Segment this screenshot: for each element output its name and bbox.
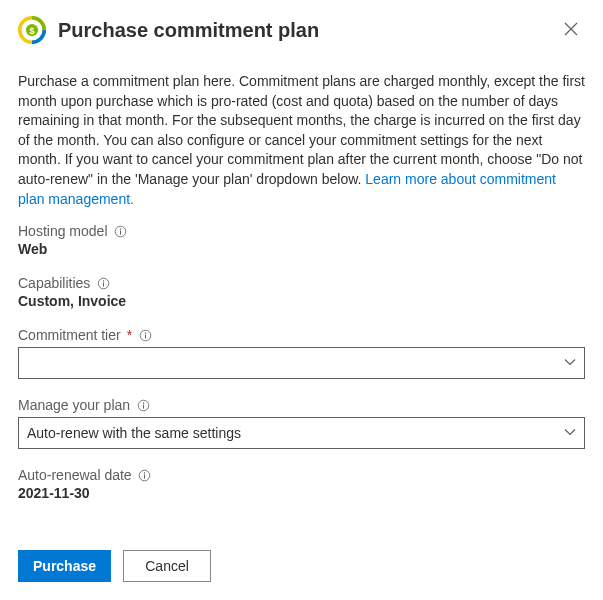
capabilities-field: Capabilities Custom, Invoice bbox=[18, 275, 585, 309]
svg-text:$: $ bbox=[30, 26, 35, 36]
manage-plan-select[interactable]: Auto-renew with the same settings bbox=[18, 417, 585, 449]
info-icon[interactable] bbox=[138, 468, 152, 482]
purchase-button[interactable]: Purchase bbox=[18, 550, 111, 582]
hosting-model-value: Web bbox=[18, 241, 585, 257]
svg-point-10 bbox=[144, 332, 145, 333]
capabilities-label: Capabilities bbox=[18, 275, 90, 291]
info-icon[interactable] bbox=[114, 224, 128, 238]
svg-rect-8 bbox=[103, 282, 104, 286]
chevron-down-icon bbox=[564, 355, 576, 371]
commitment-tier-field: Commitment tier * bbox=[18, 327, 585, 379]
hosting-model-field: Hosting model Web bbox=[18, 223, 585, 257]
manage-plan-label: Manage your plan bbox=[18, 397, 130, 413]
auto-renewal-date-label: Auto-renewal date bbox=[18, 467, 132, 483]
panel-header: $ Purchase commitment plan bbox=[18, 16, 585, 44]
svg-point-7 bbox=[103, 280, 104, 281]
commitment-tier-select[interactable] bbox=[18, 347, 585, 379]
commitment-tier-label: Commitment tier bbox=[18, 327, 121, 343]
required-marker: * bbox=[127, 327, 132, 343]
info-icon[interactable] bbox=[96, 276, 110, 290]
panel-footer: Purchase Cancel bbox=[18, 550, 211, 582]
cancel-button[interactable]: Cancel bbox=[123, 550, 211, 582]
info-icon[interactable] bbox=[138, 328, 152, 342]
panel-title: Purchase commitment plan bbox=[58, 19, 545, 42]
manage-plan-field: Manage your plan Auto-renew with the sam… bbox=[18, 397, 585, 449]
chevron-down-icon bbox=[564, 425, 576, 441]
close-icon bbox=[564, 22, 578, 39]
capabilities-value: Custom, Invoice bbox=[18, 293, 585, 309]
close-button[interactable] bbox=[557, 16, 585, 44]
svg-point-16 bbox=[144, 472, 145, 473]
auto-renewal-date-field: Auto-renewal date 2021-11-30 bbox=[18, 467, 585, 501]
description-text: Purchase a commitment plan here. Commitm… bbox=[18, 73, 585, 187]
panel-description: Purchase a commitment plan here. Commitm… bbox=[18, 72, 585, 209]
hosting-model-label: Hosting model bbox=[18, 223, 108, 239]
app-icon: $ bbox=[18, 16, 46, 44]
svg-rect-17 bbox=[144, 474, 145, 478]
purchase-commitment-panel: $ Purchase commitment plan Purchase a co… bbox=[0, 0, 603, 600]
svg-point-4 bbox=[120, 228, 121, 229]
svg-rect-11 bbox=[145, 334, 146, 338]
auto-renewal-date-value: 2021-11-30 bbox=[18, 485, 585, 501]
svg-rect-5 bbox=[120, 230, 121, 234]
svg-point-13 bbox=[142, 402, 143, 403]
info-icon[interactable] bbox=[136, 398, 150, 412]
svg-rect-14 bbox=[143, 404, 144, 408]
manage-plan-selected: Auto-renew with the same settings bbox=[27, 425, 241, 441]
